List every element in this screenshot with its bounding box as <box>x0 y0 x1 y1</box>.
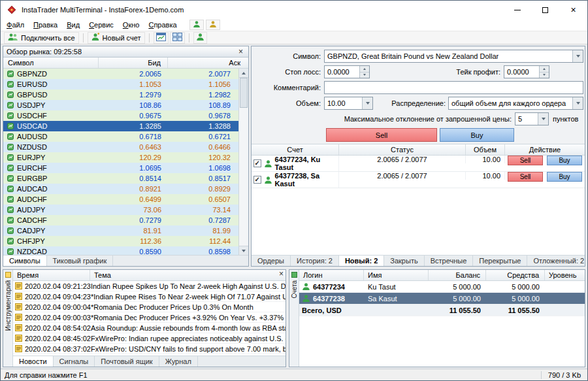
news-row[interactable]: 2020.02.04 08:54:02Asia Roundup: Aussie … <box>13 323 286 333</box>
news-close-icon[interactable]: × <box>277 270 286 280</box>
market-row[interactable]: EURJPY120.29120.32 <box>3 152 238 163</box>
account-row[interactable]: 64377234Ku Tasut5 000.005 000.00 <box>299 281 585 293</box>
market-row[interactable]: USDJPY108.86108.89 <box>3 100 238 110</box>
menu-service[interactable]: Сервис <box>84 20 118 30</box>
news-tab[interactable]: Сигналы <box>54 356 95 367</box>
market-row[interactable]: EURCHF1.06951.0698 <box>3 163 238 173</box>
column-ask[interactable]: Аск <box>168 58 248 68</box>
account-checkbox[interactable]: ✓ <box>253 176 261 184</box>
spin-up-icon[interactable] <box>540 66 549 73</box>
order-tab[interactable]: Встречные <box>425 256 474 266</box>
row-buy-button[interactable]: Buy <box>547 172 582 182</box>
column-action[interactable]: Действие <box>505 144 585 155</box>
menu-file[interactable]: Файл <box>2 20 29 30</box>
mini-accounts-button[interactable] <box>189 20 204 30</box>
row-buy-button[interactable]: Buy <box>547 156 582 165</box>
market-row[interactable]: AUDCAD0.89210.8929 <box>3 184 238 194</box>
minimize-button[interactable] <box>503 1 531 19</box>
news-row[interactable]: 2020.02.04 08:45:02FxWirePro: Indian rup… <box>13 333 286 344</box>
spin-down-icon[interactable] <box>540 73 549 78</box>
market-tab[interactable]: Символы <box>3 256 47 266</box>
chevron-down-icon[interactable] <box>572 97 583 109</box>
tile-windows-button[interactable] <box>170 32 185 44</box>
market-row[interactable]: CHFJPY112.36112.44 <box>3 236 238 246</box>
order-tab[interactable]: История: 2 <box>291 256 339 266</box>
news-tab[interactable]: Новости <box>13 356 54 367</box>
market-row[interactable]: NZDCAD0.85900.8598 <box>3 246 238 255</box>
maximize-button[interactable] <box>531 1 559 19</box>
scrollbar-thumb[interactable] <box>240 78 248 108</box>
market-row[interactable]: EURGBP0.85140.8517 <box>3 173 238 184</box>
account-row[interactable]: 64377238Sa Kasut5 000.005 000.00 <box>299 293 585 305</box>
column-balance[interactable]: Баланс <box>429 270 486 280</box>
row-sell-button[interactable]: Sell <box>508 156 543 165</box>
new-chart-window-button[interactable] <box>154 32 169 44</box>
order-tab[interactable]: Закрыть <box>384 256 424 266</box>
market-row[interactable]: USDCHF0.96750.9678 <box>3 110 238 121</box>
accounts-side-tab[interactable]: Счета <box>289 270 299 367</box>
comment-input[interactable] <box>324 81 583 94</box>
sell-button[interactable]: Sell <box>326 128 437 142</box>
menu-window[interactable]: Окно <box>118 20 144 30</box>
market-watch-close-icon[interactable]: × <box>237 48 245 56</box>
account-list-button[interactable] <box>193 32 207 44</box>
order-tab[interactable]: Перекрытые <box>473 256 527 266</box>
mini-connect-button[interactable] <box>206 20 220 30</box>
market-row[interactable]: EURUSD1.10531.1056 <box>3 79 238 90</box>
buy-button[interactable]: Buy <box>440 128 514 142</box>
account-checkbox[interactable]: ✓ <box>253 159 261 167</box>
market-row[interactable]: USDCAD1.32851.3288 <box>3 121 238 131</box>
stop-loss-input[interactable]: 0.0000 <box>324 65 370 78</box>
order-tab[interactable]: Новый: 2 <box>339 256 384 266</box>
chevron-down-icon[interactable] <box>538 113 548 125</box>
market-row[interactable]: AUDCHF0.64990.6507 <box>3 194 238 205</box>
column-level[interactable]: Уровень <box>545 270 585 280</box>
order-tab[interactable]: Отложенный: 2 <box>527 256 585 266</box>
close-button[interactable]: × <box>559 1 587 19</box>
column-topic[interactable]: Тема <box>90 270 277 280</box>
market-row[interactable]: AUDUSD0.67180.6721 <box>3 131 238 142</box>
new-account-button[interactable]: Новый счет <box>88 32 145 44</box>
column-equity[interactable]: Средства <box>486 270 545 280</box>
column-bid[interactable]: Бид <box>99 58 168 68</box>
market-row[interactable]: AUDJPY73.0673.14 <box>3 205 238 215</box>
news-tab[interactable]: Журнал <box>159 356 198 367</box>
toolbox-side-tab[interactable]: Инструментарий <box>3 270 13 367</box>
column-time[interactable]: Время <box>13 270 90 280</box>
news-row[interactable]: 2020.02.04 08:37:02FxWirePro: USD/CNY fa… <box>13 344 286 354</box>
symbol-select[interactable]: GBPNZD, Great Britain Pound vs New Zeala… <box>324 50 583 63</box>
column-login[interactable]: Логин <box>299 270 364 280</box>
news-row[interactable]: 2020.02.04 09:00:04*Romania Dec Producer… <box>13 302 286 312</box>
market-scrollbar[interactable] <box>238 69 248 255</box>
chevron-down-icon[interactable] <box>572 50 583 62</box>
market-row[interactable]: CADCHF0.72790.7287 <box>3 215 238 225</box>
menu-edit[interactable]: Правка <box>29 20 62 30</box>
deviation-select[interactable]: 5 <box>515 112 549 125</box>
market-row[interactable]: GBPUSD1.29791.2982 <box>3 90 238 100</box>
connect-all-button[interactable]: Подключить все <box>4 32 79 44</box>
scrollbar-track[interactable] <box>239 78 248 246</box>
distribution-select[interactable]: общий объем для каждого ордера <box>448 97 583 110</box>
market-row[interactable]: NZDUSD0.64630.6466 <box>3 142 238 152</box>
column-name[interactable]: Имя <box>364 270 429 280</box>
row-sell-button[interactable]: Sell <box>508 172 543 182</box>
menu-help[interactable]: Справка <box>144 20 181 30</box>
spin-up-icon[interactable] <box>360 66 369 73</box>
scroll-down-button[interactable] <box>239 246 248 255</box>
market-row[interactable]: CADJPY81.9181.99 <box>3 225 238 236</box>
news-tab[interactable]: Почтовый ящик <box>95 356 159 367</box>
column-account[interactable]: Счет <box>252 144 339 155</box>
order-tab[interactable]: Ордеры <box>252 256 291 266</box>
take-profit-input[interactable]: 0.0000 <box>504 65 549 78</box>
spin-down-icon[interactable] <box>360 73 369 78</box>
market-row[interactable]: GBPNZD2.00652.0077 <box>3 69 238 79</box>
column-volume[interactable]: Объем <box>466 144 505 155</box>
column-status[interactable]: Статус <box>339 144 466 155</box>
news-row[interactable]: 2020.02.04 09:21:23Indian Rupee Spikes U… <box>13 281 286 291</box>
column-symbol[interactable]: Символ <box>3 58 99 68</box>
market-tab[interactable]: Тиковый график <box>47 256 114 266</box>
scroll-up-button[interactable] <box>239 69 248 78</box>
menu-view[interactable]: Вид <box>62 20 84 30</box>
news-row[interactable]: 2020.02.04 09:00:03*Romania Dec Producer… <box>13 312 286 323</box>
news-row[interactable]: 2020.02.04 09:04:23*Indian Rupee Rises T… <box>13 291 286 302</box>
